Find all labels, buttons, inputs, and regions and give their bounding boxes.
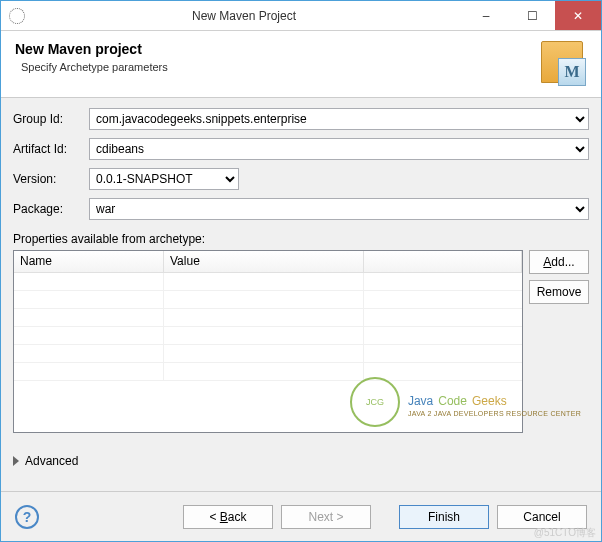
table-row: [14, 273, 522, 291]
minimize-button[interactable]: –: [463, 1, 509, 30]
package-field[interactable]: war: [89, 198, 589, 220]
cancel-button[interactable]: Cancel: [497, 505, 587, 529]
column-header-name[interactable]: Name: [14, 251, 164, 273]
maximize-button[interactable]: ☐: [509, 1, 555, 30]
artifact-id-field[interactable]: cdibeans: [89, 138, 589, 160]
back-button[interactable]: < Back: [183, 505, 273, 529]
banner-subheading: Specify Archetype parameters: [21, 61, 168, 73]
group-id-field[interactable]: com.javacodegeeks.snippets.enterprise: [89, 108, 589, 130]
titlebar: New Maven Project – ☐ ✕: [1, 1, 601, 31]
help-icon[interactable]: ?: [15, 505, 39, 529]
table-row: [14, 363, 522, 381]
banner: New Maven project Specify Archetype para…: [1, 31, 601, 98]
table-row: [14, 309, 522, 327]
remove-button[interactable]: Remove: [529, 280, 589, 304]
version-label: Version:: [13, 172, 89, 186]
table-row: [14, 327, 522, 345]
cto-watermark: @51CTO博客: [534, 526, 596, 540]
window-title: New Maven Project: [25, 9, 463, 23]
content-area: Group Id: com.javacodegeeks.snippets.ent…: [1, 98, 601, 491]
advanced-label: Advanced: [25, 454, 78, 468]
column-header-value[interactable]: Value: [164, 251, 364, 273]
add-button[interactable]: Add...: [529, 250, 589, 274]
dialog-new-maven-project: New Maven Project – ☐ ✕ New Maven projec…: [0, 0, 602, 542]
artifact-id-label: Artifact Id:: [13, 142, 89, 156]
footer: ? < Back Next > Finish Cancel: [1, 491, 601, 541]
banner-heading: New Maven project: [15, 41, 168, 57]
table-row: [14, 345, 522, 363]
version-field[interactable]: 0.0.1-SNAPSHOT: [89, 168, 239, 190]
advanced-toggle[interactable]: Advanced: [13, 441, 589, 481]
chevron-right-icon: [13, 456, 19, 466]
column-header-rest: [364, 251, 522, 273]
eclipse-icon: [9, 8, 25, 24]
properties-label: Properties available from archetype:: [13, 232, 589, 246]
close-button[interactable]: ✕: [555, 1, 601, 30]
package-label: Package:: [13, 202, 89, 216]
table-row: [14, 291, 522, 309]
maven-icon: [541, 41, 583, 83]
table-body: [14, 273, 522, 432]
window-controls: – ☐ ✕: [463, 1, 601, 30]
group-id-label: Group Id:: [13, 112, 89, 126]
finish-button[interactable]: Finish: [399, 505, 489, 529]
properties-table[interactable]: Name Value: [13, 250, 523, 433]
next-button: Next >: [281, 505, 371, 529]
